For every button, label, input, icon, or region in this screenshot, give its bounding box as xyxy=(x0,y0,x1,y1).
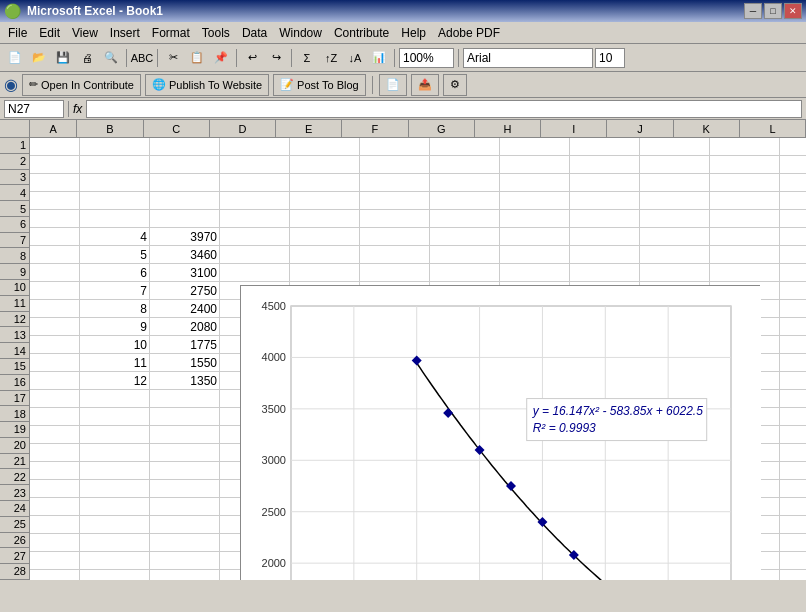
cell-L19[interactable] xyxy=(780,462,806,480)
cell-C3[interactable] xyxy=(150,174,220,192)
cell-H5[interactable] xyxy=(500,210,570,228)
cell-C23[interactable] xyxy=(150,534,220,552)
cell-C13[interactable]: 1550 xyxy=(150,354,220,372)
cell-C17[interactable] xyxy=(150,426,220,444)
cell-C21[interactable] xyxy=(150,498,220,516)
cell-E6[interactable] xyxy=(290,228,360,246)
col-header-B[interactable]: B xyxy=(77,120,143,138)
cell-H4[interactable] xyxy=(500,192,570,210)
cut-button[interactable]: ✂ xyxy=(162,47,184,69)
cell-E4[interactable] xyxy=(290,192,360,210)
cell-L7[interactable] xyxy=(780,246,806,264)
cell-A16[interactable] xyxy=(30,408,80,426)
menu-data[interactable]: Data xyxy=(236,22,273,43)
cell-E8[interactable] xyxy=(290,264,360,282)
print-preview-button[interactable]: 🔍 xyxy=(100,47,122,69)
cell-G4[interactable] xyxy=(430,192,500,210)
cell-B12[interactable]: 10 xyxy=(80,336,150,354)
cell-I4[interactable] xyxy=(570,192,640,210)
cell-J5[interactable] xyxy=(640,210,710,228)
cell-C7[interactable]: 3460 xyxy=(150,246,220,264)
extra-btn1[interactable]: 📄 xyxy=(379,74,407,96)
cell-L16[interactable] xyxy=(780,408,806,426)
cell-I8[interactable] xyxy=(570,264,640,282)
cell-L22[interactable] xyxy=(780,516,806,534)
cell-B4[interactable] xyxy=(80,192,150,210)
cell-G6[interactable] xyxy=(430,228,500,246)
cell-G8[interactable] xyxy=(430,264,500,282)
cell-A15[interactable] xyxy=(30,390,80,408)
cell-L15[interactable] xyxy=(780,390,806,408)
cell-L13[interactable] xyxy=(780,354,806,372)
cell-B20[interactable] xyxy=(80,480,150,498)
open-button[interactable]: 📂 xyxy=(28,47,50,69)
cell-H6[interactable] xyxy=(500,228,570,246)
cell-A22[interactable] xyxy=(30,516,80,534)
cell-H2[interactable] xyxy=(500,156,570,174)
col-header-L[interactable]: L xyxy=(740,120,806,138)
cell-B17[interactable] xyxy=(80,426,150,444)
col-header-E[interactable]: E xyxy=(276,120,342,138)
cell-H1[interactable] xyxy=(500,138,570,156)
extra-btn2[interactable]: 📤 xyxy=(411,74,439,96)
cell-J3[interactable] xyxy=(640,174,710,192)
open-in-contribute-button[interactable]: ✏ Open In Contribute xyxy=(22,74,141,96)
cell-C1[interactable] xyxy=(150,138,220,156)
zoom-input[interactable] xyxy=(399,48,454,68)
cell-A11[interactable] xyxy=(30,318,80,336)
cell-L23[interactable] xyxy=(780,534,806,552)
font-size-input[interactable] xyxy=(595,48,625,68)
cell-D4[interactable] xyxy=(220,192,290,210)
new-button[interactable]: 📄 xyxy=(4,47,26,69)
cell-L20[interactable] xyxy=(780,480,806,498)
cell-C20[interactable] xyxy=(150,480,220,498)
sort-desc-button[interactable]: ↓A xyxy=(344,47,366,69)
cell-K5[interactable] xyxy=(710,210,780,228)
cell-D8[interactable] xyxy=(220,264,290,282)
cell-B10[interactable]: 8 xyxy=(80,300,150,318)
cell-B7[interactable]: 5 xyxy=(80,246,150,264)
cell-C6[interactable]: 3970 xyxy=(150,228,220,246)
cell-D5[interactable] xyxy=(220,210,290,228)
col-header-H[interactable]: H xyxy=(475,120,541,138)
cell-J7[interactable] xyxy=(640,246,710,264)
publish-website-button[interactable]: 🌐 Publish To Website xyxy=(145,74,269,96)
cell-L17[interactable] xyxy=(780,426,806,444)
menu-insert[interactable]: Insert xyxy=(104,22,146,43)
cell-A23[interactable] xyxy=(30,534,80,552)
menu-contribute[interactable]: Contribute xyxy=(328,22,395,43)
cell-B6[interactable]: 4 xyxy=(80,228,150,246)
post-to-blog-button[interactable]: 📝 Post To Blog xyxy=(273,74,366,96)
cell-L2[interactable] xyxy=(780,156,806,174)
maximize-button[interactable]: □ xyxy=(764,3,782,19)
cell-A20[interactable] xyxy=(30,480,80,498)
cell-E7[interactable] xyxy=(290,246,360,264)
cell-K8[interactable] xyxy=(710,264,780,282)
cell-G5[interactable] xyxy=(430,210,500,228)
paste-button[interactable]: 📌 xyxy=(210,47,232,69)
close-button[interactable]: ✕ xyxy=(784,3,802,19)
cell-A7[interactable] xyxy=(30,246,80,264)
cell-L18[interactable] xyxy=(780,444,806,462)
cell-C8[interactable]: 3100 xyxy=(150,264,220,282)
formula-input[interactable] xyxy=(86,100,802,118)
cell-D3[interactable] xyxy=(220,174,290,192)
cell-reference-input[interactable] xyxy=(4,100,64,118)
cell-L8[interactable] xyxy=(780,264,806,282)
cell-A10[interactable] xyxy=(30,300,80,318)
cell-F7[interactable] xyxy=(360,246,430,264)
cell-I3[interactable] xyxy=(570,174,640,192)
cell-C11[interactable]: 2080 xyxy=(150,318,220,336)
cell-C4[interactable] xyxy=(150,192,220,210)
cell-B9[interactable]: 7 xyxy=(80,282,150,300)
cell-G3[interactable] xyxy=(430,174,500,192)
sum-button[interactable]: Σ xyxy=(296,47,318,69)
cell-B11[interactable]: 9 xyxy=(80,318,150,336)
menu-format[interactable]: Format xyxy=(146,22,196,43)
cell-H8[interactable] xyxy=(500,264,570,282)
cell-A14[interactable] xyxy=(30,372,80,390)
cell-A4[interactable] xyxy=(30,192,80,210)
chart-wizard-button[interactable]: 📊 xyxy=(368,47,390,69)
cell-A5[interactable] xyxy=(30,210,80,228)
cell-B19[interactable] xyxy=(80,462,150,480)
